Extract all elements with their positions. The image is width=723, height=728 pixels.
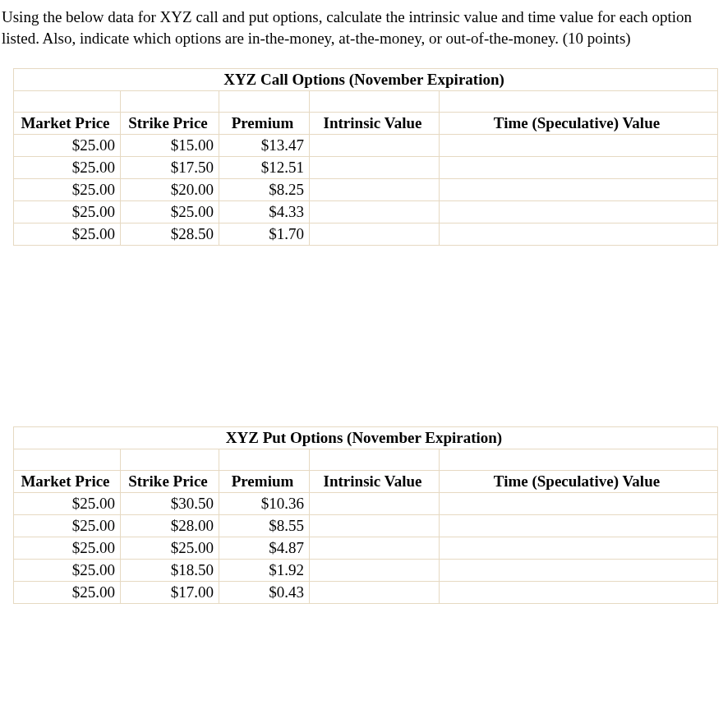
cell-market: $25.00	[14, 582, 121, 604]
th-strike-price: Strike Price	[121, 471, 219, 493]
th-strike-price: Strike Price	[121, 113, 219, 135]
table-row: $25.00 $30.50 $10.36	[14, 493, 718, 515]
cell-intrinsic	[310, 201, 440, 223]
cell-market: $25.00	[14, 223, 121, 246]
cell-premium: $4.33	[219, 201, 310, 223]
th-intrinsic: Intrinsic Value	[310, 471, 440, 493]
table-row: $25.00 $25.00 $4.87	[14, 537, 718, 560]
cell-premium: $4.87	[219, 537, 310, 560]
cell-time	[440, 537, 718, 560]
th-time-value: Time (Speculative) Value	[440, 113, 718, 135]
cell-premium: $0.43	[219, 582, 310, 604]
spacer	[2, 246, 721, 426]
cell-intrinsic	[310, 179, 440, 201]
cell-time	[440, 135, 718, 157]
cell-intrinsic	[310, 582, 440, 604]
cell-strike: $17.00	[121, 582, 219, 604]
table-row: $25.00 $18.50 $1.92	[14, 560, 718, 582]
table-row: $25.00 $20.00 $8.25	[14, 179, 718, 201]
th-market-price: Market Price	[14, 471, 121, 493]
cell-market: $25.00	[14, 179, 121, 201]
th-premium: Premium	[219, 113, 310, 135]
cell-strike: $20.00	[121, 179, 219, 201]
table-row: $25.00 $28.00 $8.55	[14, 515, 718, 537]
table-row: $25.00 $28.50 $1.70	[14, 223, 718, 246]
cell-premium: $12.51	[219, 157, 310, 179]
cell-time	[440, 560, 718, 582]
question-text: Using the below data for XYZ call and pu…	[2, 7, 721, 48]
th-intrinsic: Intrinsic Value	[310, 113, 440, 135]
cell-market: $25.00	[14, 537, 121, 560]
cell-strike: $30.50	[121, 493, 219, 515]
cell-time	[440, 223, 718, 246]
cell-strike: $25.00	[121, 201, 219, 223]
cell-strike: $18.50	[121, 560, 219, 582]
cell-time	[440, 515, 718, 537]
cell-strike: $17.50	[121, 157, 219, 179]
cell-time	[440, 179, 718, 201]
cell-intrinsic	[310, 515, 440, 537]
call-options-table: XYZ Call Options (November Expiration) M…	[13, 68, 718, 246]
cell-intrinsic	[310, 157, 440, 179]
cell-market: $25.00	[14, 157, 121, 179]
put-options-table-wrap: XYZ Put Options (November Expiration) Ma…	[13, 426, 718, 604]
cell-premium: $13.47	[219, 135, 310, 157]
cell-strike: $15.00	[121, 135, 219, 157]
put-table-title: XYZ Put Options (November Expiration)	[14, 427, 718, 449]
cell-strike: $28.00	[121, 515, 219, 537]
cell-time	[440, 582, 718, 604]
cell-intrinsic	[310, 223, 440, 246]
cell-premium: $10.36	[219, 493, 310, 515]
cell-strike: $28.50	[121, 223, 219, 246]
th-market-price: Market Price	[14, 113, 121, 135]
cell-market: $25.00	[14, 135, 121, 157]
table-row: $25.00 $15.00 $13.47	[14, 135, 718, 157]
cell-market: $25.00	[14, 515, 121, 537]
cell-time	[440, 201, 718, 223]
call-options-table-wrap: XYZ Call Options (November Expiration) M…	[13, 68, 718, 246]
cell-intrinsic	[310, 560, 440, 582]
cell-market: $25.00	[14, 493, 121, 515]
cell-premium: $8.25	[219, 179, 310, 201]
table-row: $25.00 $17.00 $0.43	[14, 582, 718, 604]
call-table-title: XYZ Call Options (November Expiration)	[14, 69, 718, 91]
put-options-table: XYZ Put Options (November Expiration) Ma…	[13, 426, 718, 604]
cell-intrinsic	[310, 493, 440, 515]
cell-premium: $1.70	[219, 223, 310, 246]
cell-time	[440, 157, 718, 179]
cell-premium: $8.55	[219, 515, 310, 537]
cell-market: $25.00	[14, 201, 121, 223]
table-row: $25.00 $25.00 $4.33	[14, 201, 718, 223]
cell-premium: $1.92	[219, 560, 310, 582]
table-row: $25.00 $17.50 $12.51	[14, 157, 718, 179]
cell-time	[440, 493, 718, 515]
cell-market: $25.00	[14, 560, 121, 582]
cell-intrinsic	[310, 135, 440, 157]
th-premium: Premium	[219, 471, 310, 493]
cell-intrinsic	[310, 537, 440, 560]
th-time-value: Time (Speculative) Value	[440, 471, 718, 493]
cell-strike: $25.00	[121, 537, 219, 560]
